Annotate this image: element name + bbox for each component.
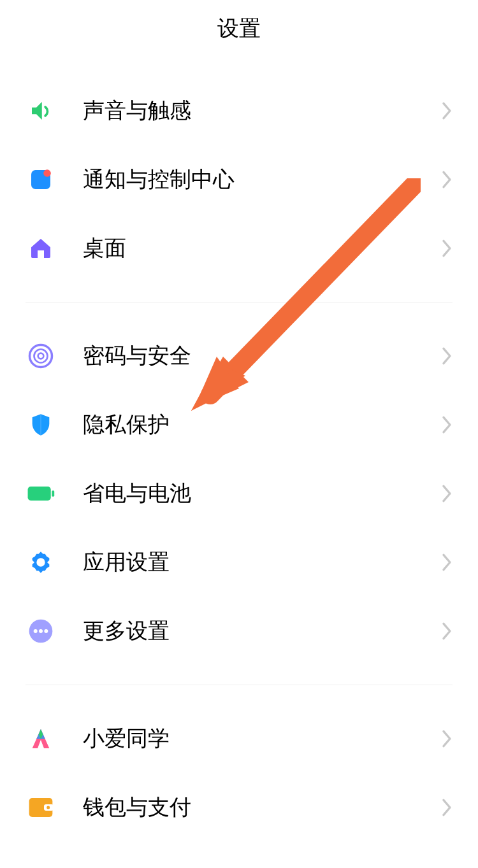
chevron-right-icon xyxy=(441,170,453,189)
settings-item-label: 通知与控制中心 xyxy=(83,165,441,194)
page-title: 设置 xyxy=(217,14,261,43)
settings-item-xiaoai[interactable]: 小爱同学 xyxy=(0,704,478,773)
chevron-right-icon xyxy=(441,415,453,434)
xiaoai-icon xyxy=(25,723,56,754)
svg-point-7 xyxy=(36,558,45,566)
settings-group-3: 小爱同学 钱包与支付 xyxy=(0,704,478,842)
chevron-right-icon xyxy=(441,798,453,817)
svg-point-14 xyxy=(47,806,50,809)
svg-point-2 xyxy=(30,345,52,367)
settings-item-sound[interactable]: 声音与触感 xyxy=(0,76,478,145)
settings-item-label: 更多设置 xyxy=(83,616,441,646)
settings-group-2: 密码与安全 隐私保护 省 xyxy=(0,322,478,665)
settings-item-home[interactable]: 桌面 xyxy=(0,214,478,283)
svg-rect-6 xyxy=(52,490,54,496)
settings-item-label: 隐私保护 xyxy=(83,410,441,439)
settings-item-password-security[interactable]: 密码与安全 xyxy=(0,322,478,390)
settings-item-label: 钱包与支付 xyxy=(83,793,441,822)
svg-point-1 xyxy=(43,169,51,177)
home-icon xyxy=(25,233,56,264)
svg-point-4 xyxy=(38,353,44,359)
settings-item-privacy[interactable]: 隐私保护 xyxy=(0,390,478,459)
chevron-right-icon xyxy=(441,239,453,258)
settings-item-wallet[interactable]: 钱包与支付 xyxy=(0,773,478,842)
chevron-right-icon xyxy=(441,553,453,572)
settings-item-label: 声音与触感 xyxy=(83,96,441,125)
settings-item-notifications[interactable]: 通知与控制中心 xyxy=(0,145,478,214)
shield-icon xyxy=(25,409,56,440)
chevron-right-icon xyxy=(441,346,453,366)
group-divider xyxy=(25,685,453,685)
settings-item-app-settings[interactable]: 应用设置 xyxy=(0,528,478,597)
svg-point-9 xyxy=(34,629,38,633)
settings-item-label: 省电与电池 xyxy=(83,479,441,508)
wallet-icon xyxy=(25,792,56,823)
chevron-right-icon xyxy=(441,101,453,120)
fingerprint-icon xyxy=(25,341,56,371)
settings-item-label: 密码与安全 xyxy=(83,341,441,371)
svg-point-3 xyxy=(34,350,48,363)
settings-item-label: 应用设置 xyxy=(83,548,441,577)
chevron-right-icon xyxy=(441,484,453,503)
settings-item-label: 小爱同学 xyxy=(83,724,441,753)
settings-item-battery[interactable]: 省电与电池 xyxy=(0,459,478,528)
svg-point-10 xyxy=(39,629,43,633)
settings-group-1: 声音与触感 通知与控制中心 桌面 xyxy=(0,76,478,283)
svg-point-11 xyxy=(44,629,48,633)
more-icon xyxy=(25,616,56,646)
settings-item-more[interactable]: 更多设置 xyxy=(0,597,478,665)
settings-item-label: 桌面 xyxy=(83,234,441,263)
battery-icon xyxy=(25,478,56,509)
notification-icon xyxy=(25,164,56,195)
group-divider xyxy=(25,302,453,302)
gear-icon xyxy=(25,547,56,578)
chevron-right-icon xyxy=(441,729,453,748)
svg-rect-5 xyxy=(28,487,51,501)
settings-list: 声音与触感 通知与控制中心 桌面 xyxy=(0,51,478,842)
chevron-right-icon xyxy=(441,622,453,641)
sound-icon xyxy=(25,96,56,126)
page-header: 设置 xyxy=(0,0,478,51)
